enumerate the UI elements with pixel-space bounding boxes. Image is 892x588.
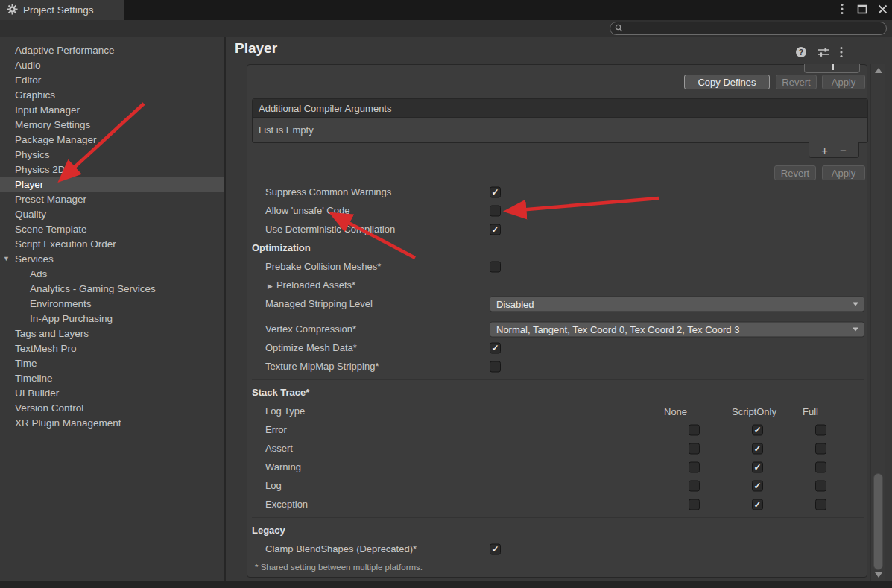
checkbox-allow-unsafe-code[interactable] [490,205,501,216]
vertical-scrollbar [870,64,885,581]
checkbox-texture-mipmap-stripping[interactable] [490,361,501,372]
setting-label: Texture MipMap Stripping* [247,361,379,372]
maximize-icon [857,4,867,17]
checkbox-error-full[interactable] [815,424,826,435]
dropdown-vertex-compression[interactable]: Normal, Tangent, Tex Coord 0, Tex Coord … [490,321,864,337]
checkbox-optimize-mesh-data[interactable]: ✓ [490,342,501,353]
setting-label: Stack Trace* [247,387,309,398]
sidebar-item-label: Quality [15,209,46,220]
foldout-open-icon[interactable]: ▼ [3,255,10,262]
sidebar-item-analytics-gaming-services[interactable]: Analytics - Gaming Services [0,281,224,296]
setting-label: Allow 'unsafe' Code [247,205,349,216]
checkbox-assert-scriptonly[interactable]: ✓ [752,443,763,454]
setting-row-managed-stripping-level[interactable]: Managed Stripping LevelDisabled [247,294,868,313]
checkbox-warning-none[interactable] [689,461,700,472]
checkbox-assert-full[interactable] [815,443,826,454]
window-close-button[interactable] [876,4,889,17]
setting-row-use-deterministic-compilation[interactable]: Use Deterministic Compilation✓ [247,220,868,238]
checkbox-log-none[interactable] [689,480,700,491]
sidebar-item-tags-and-layers[interactable]: Tags and Layers [0,326,224,341]
sidebar-item-label: UI Builder [15,388,59,399]
sidebar-item-audio[interactable]: Audio [0,57,224,72]
setting-row-suppress-common-warnings[interactable]: Suppress Common Warnings✓ [247,183,868,201]
checkbox-warning-scriptonly[interactable]: ✓ [752,461,763,472]
sidebar-item-time[interactable]: Time [0,355,224,370]
list-add-remove-footer: + − [809,142,859,158]
log-type-label: Log Type [247,405,305,417]
sidebar-item-label: Timeline [15,373,53,384]
settings-category-list: Adaptive PerformanceAudioEditorGraphicsI… [0,37,226,581]
log-type-row-label: Error [247,424,287,435]
sidebar-item-memory-settings[interactable]: Memory Settings [0,117,224,132]
foldout-closed-icon[interactable]: ▶ [268,282,273,290]
scroll-up-arrow-icon[interactable] [875,68,882,73]
sidebar-item-label: Physics [15,149,50,160]
setting-row-preloaded-assets[interactable]: ▶Preloaded Assets* [247,276,868,294]
checkbox-exception-scriptonly[interactable]: ✓ [752,499,763,510]
stack-trace-column-headers: Log TypeNoneScriptOnlyFull [247,402,868,420]
checkbox-clamp-blendshapes-deprecated[interactable]: ✓ [490,543,501,554]
sidebar-item-player[interactable]: Player [0,177,224,192]
sidebar-item-services[interactable]: ▼Services [0,251,224,266]
presets-icon[interactable] [817,47,829,60]
checkbox-use-deterministic-compilation[interactable]: ✓ [490,224,501,235]
sidebar-item-physics-2d[interactable]: Physics 2D [0,162,224,177]
search-input[interactable] [626,23,872,34]
sidebar-item-label: Preset Manager [15,194,86,205]
sidebar-item-ads[interactable]: Ads [0,266,224,281]
checkbox-log-full[interactable] [815,480,826,491]
sidebar-item-preset-manager[interactable]: Preset Manager [0,192,224,206]
list-revert-button[interactable]: Revert [774,165,816,180]
sidebar-item-physics[interactable]: Physics [0,147,224,162]
checkbox-error-none[interactable] [689,424,700,435]
setting-row-allow-unsafe-code[interactable]: Allow 'unsafe' Code [247,201,868,220]
checkbox-prebake-collision-meshes[interactable] [490,261,501,272]
stack-trace-row-warning: Warning✓ [247,458,868,476]
setting-row-clamp-blendshapes-deprecated[interactable]: Clamp BlendShapes (Deprecated)*✓ [247,540,868,558]
window-menu-button[interactable] [835,4,849,17]
scrollbar-thumb[interactable] [873,473,883,570]
sidebar-item-package-manager[interactable]: Package Manager [0,132,224,147]
tab-project-settings[interactable]: Project Settings [0,0,124,20]
setting-row-texture-mipmap-stripping[interactable]: Texture MipMap Stripping* [247,357,868,376]
sidebar-item-version-control[interactable]: Version Control [0,400,224,415]
checkbox-warning-full[interactable] [815,461,826,472]
copy-defines-button[interactable]: Copy Defines [684,75,770,89]
sidebar-item-script-execution-order[interactable]: Script Execution Order [0,236,224,251]
checkbox-error-scriptonly[interactable]: ✓ [752,424,763,435]
more-icon[interactable] [840,46,843,61]
sidebar-item-textmesh-pro[interactable]: TextMesh Pro [0,341,224,355]
defines-apply-button[interactable]: Apply [822,75,865,89]
sidebar-item-ui-builder[interactable]: UI Builder [0,385,224,400]
setting-label: Optimize Mesh Data* [247,342,357,353]
scroll-down-arrow-icon[interactable] [875,572,882,578]
remove-item-button[interactable]: − [840,145,847,156]
sidebar-item-adaptive-performance[interactable]: Adaptive Performance [0,42,224,57]
setting-row-vertex-compression[interactable]: Vertex Compression*Normal, Tangent, Tex … [247,320,868,338]
checkbox-suppress-common-warnings[interactable]: ✓ [490,186,501,197]
checkbox-log-scriptonly[interactable]: ✓ [752,480,763,491]
sidebar-item-quality[interactable]: Quality [0,206,224,221]
list-apply-button[interactable]: Apply [822,165,865,180]
search-field[interactable] [610,22,887,35]
setting-row-optimize-mesh-data[interactable]: Optimize Mesh Data*✓ [247,338,868,357]
sidebar-item-input-manager[interactable]: Input Manager [0,102,224,117]
sidebar-item-timeline[interactable]: Timeline [0,370,224,385]
sidebar-item-graphics[interactable]: Graphics [0,87,224,102]
defines-revert-button[interactable]: Revert [776,75,817,89]
add-item-button[interactable]: + [821,145,828,156]
window-maximize-button[interactable] [855,4,869,17]
window-bottom-edge [0,581,892,588]
sidebar-item-editor[interactable]: Editor [0,72,224,87]
help-icon[interactable]: ? [795,46,807,61]
checkbox-exception-full[interactable] [815,499,826,510]
sidebar-item-xr-plugin-management[interactable]: XR Plugin Management [0,415,224,430]
dropdown-managed-stripping-level[interactable]: Disabled [490,296,864,312]
sidebar-item-environments[interactable]: Environments [0,296,224,311]
sidebar-item-label: In-App Purchasing [30,313,113,324]
setting-row-prebake-collision-meshes[interactable]: Prebake Collision Meshes* [247,257,868,276]
checkbox-assert-none[interactable] [689,443,700,454]
checkbox-exception-none[interactable] [689,499,700,510]
sidebar-item-scene-template[interactable]: Scene Template [0,221,224,236]
sidebar-item-in-app-purchasing[interactable]: In-App Purchasing [0,311,224,326]
